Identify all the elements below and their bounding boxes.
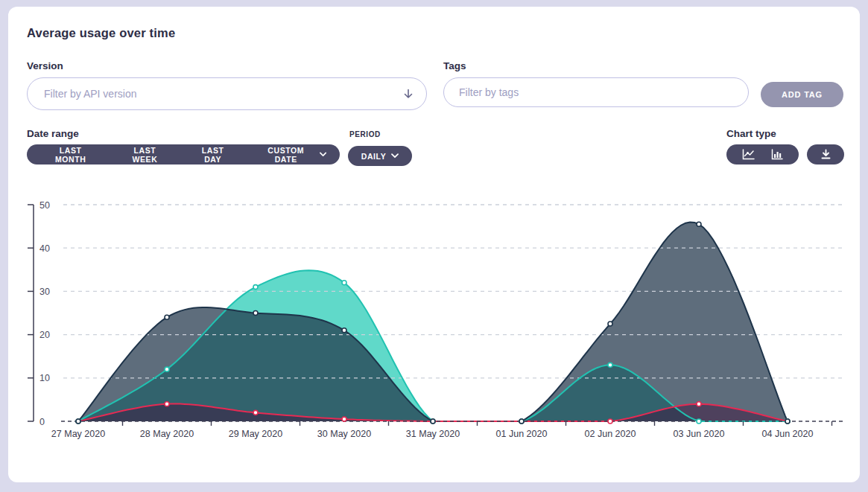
chevron-down-icon xyxy=(391,153,399,159)
period-selected-value: DAILY xyxy=(361,152,387,161)
last-month-button[interactable]: LAST MONTH xyxy=(27,144,109,164)
svg-text:01 Jun 2020: 01 Jun 2020 xyxy=(496,429,548,439)
chart-type-controls xyxy=(726,144,844,164)
tags-filter-group: Tags xyxy=(443,60,749,110)
svg-text:10: 10 xyxy=(39,373,50,383)
filter-row-top: Version Tags ADD TAG xyxy=(27,60,860,110)
bar-chart-type-button[interactable] xyxy=(765,144,789,164)
svg-text:0: 0 xyxy=(39,417,45,427)
svg-text:03 Jun 2020: 03 Jun 2020 xyxy=(674,429,725,439)
add-tag-button[interactable]: ADD TAG xyxy=(761,82,843,107)
svg-text:30: 30 xyxy=(39,287,50,297)
version-filter-input[interactable] xyxy=(27,77,427,110)
svg-text:02 Jun 2020: 02 Jun 2020 xyxy=(585,429,636,439)
period-dropdown[interactable]: DAILY xyxy=(348,146,412,166)
svg-text:04 Jun 2020: 04 Jun 2020 xyxy=(762,429,814,439)
usage-area-chart: 0102030405027 May 202028 May 202029 May … xyxy=(22,194,849,441)
svg-text:27 May 2020: 27 May 2020 xyxy=(51,429,105,439)
chart-type-toggle xyxy=(726,144,799,164)
svg-text:50: 50 xyxy=(39,200,50,211)
usage-chart-container: 0102030405027 May 202028 May 202029 May … xyxy=(22,194,860,444)
date-range-group: Date range LAST MONTH LAST WEEK LAST DAY… xyxy=(27,128,340,164)
tags-input-wrap xyxy=(443,77,749,107)
custom-date-label: CUSTOM DATE xyxy=(258,146,314,164)
svg-text:29 May 2020: 29 May 2020 xyxy=(229,429,282,439)
svg-text:28 May 2020: 28 May 2020 xyxy=(140,429,194,439)
page: { "colors": { "page_bg": "#dadaec", "car… xyxy=(0,0,868,492)
svg-text:30 May 2020: 30 May 2020 xyxy=(317,429,371,439)
svg-text:40: 40 xyxy=(39,243,50,254)
download-button[interactable] xyxy=(814,144,837,164)
version-label: Version xyxy=(27,60,427,71)
tags-filter-input[interactable] xyxy=(443,77,749,107)
page-title: Average usage over time xyxy=(27,26,860,40)
line-chart-type-button[interactable] xyxy=(736,144,761,164)
svg-text:31 May 2020: 31 May 2020 xyxy=(406,429,460,439)
tags-label: Tags xyxy=(443,60,749,71)
download-control xyxy=(807,144,844,164)
filter-row-bottom: Date range LAST MONTH LAST WEEK LAST DAY… xyxy=(27,128,844,166)
period-label: PERIOD xyxy=(349,130,412,138)
version-input-wrap xyxy=(27,77,427,110)
period-dropdown-button[interactable]: DAILY xyxy=(358,146,402,166)
svg-text:20: 20 xyxy=(39,330,50,340)
custom-date-button[interactable]: CUSTOM DATE xyxy=(245,144,340,164)
usage-card: Average usage over time Version Tags ADD… xyxy=(8,7,860,482)
bar-chart-icon xyxy=(771,149,783,160)
version-filter-group: Version xyxy=(27,60,427,110)
date-range-segmented-control: LAST MONTH LAST WEEK LAST DAY CUSTOM DAT… xyxy=(27,144,340,164)
chart-type-label: Chart type xyxy=(726,128,844,139)
chart-type-group: Chart type xyxy=(726,128,844,164)
period-group: PERIOD DAILY xyxy=(348,128,412,166)
line-chart-icon xyxy=(742,149,755,160)
last-week-button[interactable]: LAST WEEK xyxy=(109,144,180,164)
last-day-button[interactable]: LAST DAY xyxy=(181,144,245,164)
chevron-down-icon xyxy=(320,152,326,157)
download-icon xyxy=(820,149,831,160)
date-range-label: Date range xyxy=(27,128,340,139)
